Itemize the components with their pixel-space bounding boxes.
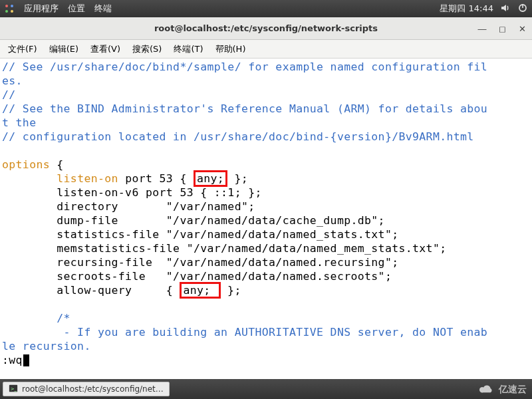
config-text: }; xyxy=(221,284,241,297)
comment-line: // xyxy=(2,88,16,101)
menu-applications[interactable]: 应用程序 xyxy=(24,3,59,15)
window-title: root@localhost:/etc/sysconfig/network-sc… xyxy=(154,23,378,33)
svg-point-0 xyxy=(5,5,8,7)
close-button[interactable]: ✕ xyxy=(515,21,529,36)
listen-on-keyword: listen-on xyxy=(57,172,118,185)
config-text: allow-query { xyxy=(2,284,180,297)
config-line: recursing-file "/var/named/data/named.re… xyxy=(2,256,398,269)
vim-command: :wq xyxy=(2,354,23,366)
svg-point-2 xyxy=(11,5,13,7)
svg-text:>_: >_ xyxy=(11,386,17,391)
desktop-bottom-panel: >_ root@localhost:/etc/sysconfig/net… xyxy=(0,379,532,399)
config-line: dump-file "/var/named/data/cache_dump.db… xyxy=(2,214,385,227)
comment-line: es. xyxy=(2,74,23,87)
comment-line: le recursion. xyxy=(2,340,91,352)
clock[interactable]: 星期四 14:44 xyxy=(440,3,493,15)
highlight-any-1: any; xyxy=(194,170,227,187)
comment-line: t the xyxy=(2,116,36,129)
comment-line: // configuration located in /usr/share/d… xyxy=(2,130,474,143)
comment-line: // See /usr/share/doc/bind*/sample/ for … xyxy=(2,61,487,73)
comment-line: // See the BIND Administrator's Referenc… xyxy=(2,102,487,115)
config-line: directory "/var/named"; xyxy=(2,200,255,213)
terminal-viewport[interactable]: // See /usr/share/doc/bind*/sample/ for … xyxy=(0,59,532,368)
taskbar-window-label: root@localhost:/etc/sysconfig/net… xyxy=(22,384,164,394)
menu-view[interactable]: 查看(V) xyxy=(85,41,126,58)
highlight-any-2: any; xyxy=(180,282,220,299)
config-line: statistics-file "/var/named/data/named_s… xyxy=(2,228,398,241)
svg-point-3 xyxy=(11,10,13,13)
menu-terminal-m[interactable]: 终端(T) xyxy=(168,41,208,58)
taskbar-window-button[interactable]: >_ root@localhost:/etc/sysconfig/net… xyxy=(3,382,170,396)
watermark-text: 亿速云 xyxy=(499,384,527,396)
menu-file[interactable]: 文件(F) xyxy=(3,41,43,58)
desktop-top-panel: 应用程序 位置 终端 星期四 14:44 xyxy=(0,0,532,17)
config-text: port 53 { xyxy=(118,172,194,185)
menu-help[interactable]: 帮助(H) xyxy=(210,41,251,58)
svg-rect-5 xyxy=(522,4,523,8)
minimize-button[interactable]: — xyxy=(475,21,489,36)
config-line: listen-on-v6 port 53 { ::1; }; xyxy=(2,186,262,199)
config-line: memstatistics-file "/var/named/data/name… xyxy=(2,242,446,255)
indent xyxy=(2,172,57,185)
watermark: 亿速云 xyxy=(477,383,527,396)
maximize-button[interactable]: ◻ xyxy=(495,21,509,36)
power-icon[interactable] xyxy=(517,3,528,15)
menu-edit[interactable]: 编辑(E) xyxy=(44,41,84,58)
text-cursor xyxy=(23,354,29,366)
menu-places[interactable]: 位置 xyxy=(68,3,85,15)
volume-icon[interactable] xyxy=(500,3,511,15)
comment-block-open: /* xyxy=(2,312,70,325)
brace: { xyxy=(50,158,64,171)
options-keyword: options xyxy=(2,158,50,171)
activities-icon[interactable] xyxy=(4,3,15,14)
svg-point-1 xyxy=(5,10,8,13)
menu-terminal[interactable]: 终端 xyxy=(94,3,112,15)
cloud-icon xyxy=(477,383,496,396)
config-line: secroots-file "/var/named/data/named.sec… xyxy=(2,270,392,283)
comment-line: - If you are building an AUTHORITATIVE D… xyxy=(2,326,487,338)
window-titlebar[interactable]: root@localhost:/etc/sysconfig/network-sc… xyxy=(0,17,532,40)
config-text: }; xyxy=(227,172,248,185)
menubar: 文件(F) 编辑(E) 查看(V) 搜索(S) 终端(T) 帮助(H) xyxy=(0,40,532,59)
menu-search[interactable]: 搜索(S) xyxy=(127,41,167,58)
terminal-icon: >_ xyxy=(9,384,18,395)
terminal-window: root@localhost:/etc/sysconfig/network-sc… xyxy=(0,17,532,368)
